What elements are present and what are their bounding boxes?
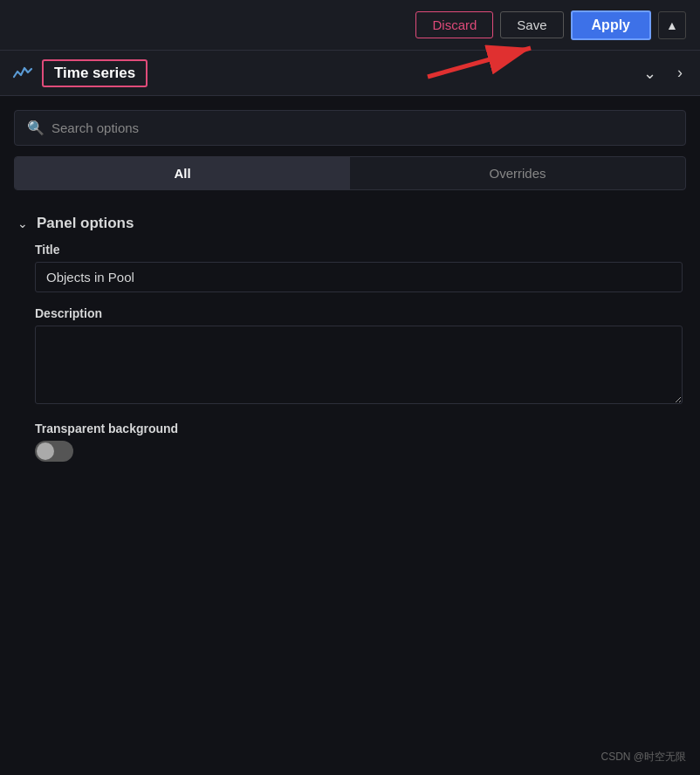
tabs-row: All Overrides — [14, 156, 686, 190]
panel-options-section: ⌄ Panel options Title Description Transp… — [14, 204, 686, 476]
search-icon: 🔍 — [27, 120, 45, 136]
chevron-up-icon: ▲ — [666, 18, 678, 32]
description-field-label: Description — [35, 306, 683, 320]
toggle-knob — [37, 442, 54, 460]
description-textarea[interactable] — [35, 326, 683, 404]
panel-type-chevron-button[interactable]: ⌄ — [636, 60, 663, 86]
section-chevron-icon: ⌄ — [17, 216, 28, 230]
panel-name-box[interactable]: Time series — [42, 59, 148, 87]
chevron-down-icon: ⌄ — [643, 65, 656, 82]
panel-options-body: Title Description Transparent background — [14, 243, 686, 476]
transparent-bg-row — [35, 441, 683, 462]
panel-type-icon — [10, 61, 35, 86]
watermark: CSDN @时空无限 — [600, 750, 686, 765]
collapse-button[interactable]: ▲ — [658, 11, 686, 39]
title-input[interactable] — [35, 262, 683, 292]
panel-name-label: Time series — [54, 65, 135, 81]
discard-button[interactable]: Discard — [415, 11, 493, 38]
panel-navigate-button[interactable]: › — [670, 60, 690, 86]
tab-overrides[interactable]: Overrides — [350, 157, 685, 189]
transparent-bg-label: Transparent background — [35, 422, 683, 436]
title-field-label: Title — [35, 243, 683, 257]
transparent-bg-toggle[interactable] — [35, 441, 73, 462]
main-content: 🔍 Search options All Overrides ⌄ Panel o… — [0, 96, 700, 490]
tab-all[interactable]: All — [15, 157, 350, 189]
search-placeholder: Search options — [51, 120, 139, 135]
panel-options-header[interactable]: ⌄ Panel options — [14, 204, 686, 243]
section-title-label: Panel options — [37, 215, 134, 232]
apply-button[interactable]: Apply — [571, 10, 651, 40]
header-bar: Discard Save Apply ▲ — [0, 0, 700, 51]
search-box[interactable]: 🔍 Search options — [14, 110, 686, 146]
panel-selector-bar: Time series ⌄ › — [0, 51, 700, 96]
arrow-right-icon: › — [677, 64, 683, 81]
save-button[interactable]: Save — [500, 11, 563, 38]
